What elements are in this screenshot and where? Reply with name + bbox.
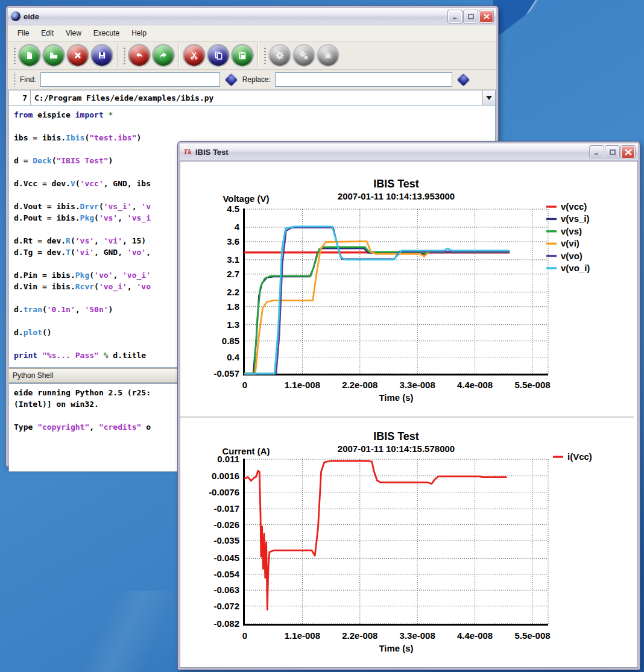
- y-tick-label: -0.054: [213, 569, 239, 579]
- y-tick-label: 4: [235, 222, 240, 232]
- legend-label: v(vi): [561, 238, 579, 248]
- series-i(Vcc): [245, 461, 507, 610]
- eide-window-title: eide: [24, 12, 445, 21]
- y-tick-label: -0.035: [213, 535, 239, 545]
- run-button[interactable]: [270, 45, 290, 66]
- tk-icon: Tk: [183, 147, 192, 157]
- x-axis-label: Time (s): [379, 643, 413, 653]
- legend-label: v(vs): [561, 226, 582, 236]
- legend-label: v(vs_i): [561, 213, 590, 224]
- copy-button[interactable]: [208, 45, 229, 66]
- code-line: [14, 121, 495, 132]
- y-tick-label: -0.057: [213, 368, 239, 378]
- toolbar: [8, 42, 496, 70]
- file-path[interactable]: C:/Program Files/eide/examples/ibis.py: [31, 90, 482, 105]
- maximize-button[interactable]: [464, 10, 478, 23]
- plot-close-button[interactable]: [621, 146, 635, 159]
- findbar-grip[interactable]: [13, 72, 16, 87]
- chart-timestamp: 2007-01-11 10:14:13.953000: [338, 191, 455, 201]
- plot-window-title: IBIS Test: [195, 148, 587, 157]
- toolbar-grip[interactable]: [263, 46, 266, 65]
- y-tick-label: 0.85: [222, 336, 239, 346]
- paste-button[interactable]: [232, 45, 253, 66]
- find-button[interactable]: [225, 73, 238, 86]
- menu-execute[interactable]: Execute: [89, 27, 124, 39]
- x-tick-label: 3.3e-008: [400, 380, 435, 390]
- x-tick-label: 1.1e-008: [285, 630, 320, 641]
- close-file-button[interactable]: [68, 45, 88, 66]
- file-selector: 7 C:/Program Files/eide/examples/ibis.py: [8, 90, 496, 105]
- close-button[interactable]: [479, 10, 493, 23]
- x-axis-label: Time (s): [379, 392, 413, 403]
- desktop-highlight-streak: [493, 0, 545, 40]
- file-dropdown-button[interactable]: [482, 90, 495, 105]
- redo-button[interactable]: [153, 45, 174, 66]
- x-tick-label: 0: [242, 380, 247, 390]
- code-line: from eispice import *: [14, 109, 495, 121]
- settings-button[interactable]: [294, 45, 314, 66]
- debug-button[interactable]: [318, 45, 338, 66]
- y-tick-label: -0.072: [213, 601, 239, 611]
- menu-edit[interactable]: Edit: [36, 27, 58, 39]
- y-tick-label: 1.3: [227, 319, 239, 330]
- chart-title: IBIS Test: [373, 178, 419, 190]
- x-tick-label: 0: [242, 630, 247, 641]
- save-button[interactable]: [92, 45, 112, 66]
- menu-file[interactable]: File: [13, 27, 34, 39]
- y-tick-label: -0.026: [213, 520, 239, 530]
- series-v(vs): [245, 247, 509, 374]
- new-file-button[interactable]: [19, 45, 40, 66]
- eide-titlebar[interactable]: eide: [8, 8, 496, 25]
- undo-button[interactable]: [129, 45, 150, 66]
- cut-button[interactable]: [184, 45, 204, 66]
- y-tick-label: 4.5: [227, 204, 239, 214]
- y-axis-label: Current (A): [222, 446, 270, 456]
- replace-input[interactable]: [275, 72, 452, 87]
- python-shell-title: Python Shell: [13, 371, 53, 380]
- replace-button[interactable]: [457, 73, 470, 86]
- x-tick-label: 4.4e-008: [457, 630, 493, 641]
- y-tick-label: 0.0016: [212, 471, 239, 481]
- menu-help[interactable]: Help: [127, 27, 151, 39]
- legend-label: v(vo): [561, 251, 582, 261]
- chart-title: IBIS Test: [373, 430, 419, 442]
- y-tick-label: 3.6: [227, 236, 239, 247]
- menubar: FileEditViewExecuteHelp: [8, 25, 496, 42]
- plot-titlebar[interactable]: Tk IBIS Test: [180, 143, 638, 161]
- chart-timestamp: 2007-01-11 10:14:15.578000: [338, 444, 455, 454]
- x-tick-label: 1.1e-008: [285, 380, 320, 390]
- plot-minimize-button[interactable]: [590, 146, 604, 159]
- find-input[interactable]: [40, 72, 220, 87]
- series-v(vi): [245, 241, 509, 374]
- series-v(vs_i): [245, 248, 509, 373]
- plot-client-area: 4.543.63.12.72.21.81.30.850.4-0.05701.1e…: [180, 161, 638, 668]
- y-tick-label: -0.0076: [209, 487, 239, 497]
- toolbar-grip[interactable]: [13, 46, 16, 65]
- y-tick-label: -0.045: [213, 553, 239, 563]
- y-tick-label: 1.8: [227, 301, 239, 312]
- replace-label: Replace:: [242, 75, 271, 84]
- line-number: 7: [9, 90, 31, 105]
- legend-label: i(Vcc): [567, 451, 592, 462]
- x-tick-label: 2.2e-008: [342, 380, 377, 390]
- open-folder-button[interactable]: [43, 45, 64, 66]
- voltage-chart: 4.543.63.12.72.21.81.30.850.4-0.05701.1e…: [180, 162, 634, 416]
- toolbar-grip[interactable]: [122, 46, 125, 65]
- y-tick-label: 2.7: [227, 269, 239, 279]
- find-replace-bar: Find: Replace:: [8, 70, 496, 90]
- find-label: Find:: [20, 75, 36, 84]
- y-tick-label: 3.1: [227, 254, 239, 265]
- chart-divider: [180, 416, 634, 418]
- plot-window: Tk IBIS Test 4.543.63.12.72.21.81.30.850…: [178, 142, 640, 670]
- plot-maximize-button[interactable]: [605, 146, 619, 159]
- current-chart: 0.0110.0016-0.0076-0.017-0.026-0.035-0.0…: [180, 418, 634, 667]
- x-tick-label: 2.2e-008: [342, 630, 377, 641]
- menu-view[interactable]: View: [61, 27, 86, 39]
- x-tick-label: 5.5e-008: [514, 630, 550, 641]
- y-tick-label: -0.082: [213, 618, 239, 629]
- x-tick-label: 4.4e-008: [457, 380, 493, 390]
- y-tick-label: 0.4: [227, 352, 240, 362]
- minimize-button[interactable]: [448, 10, 462, 23]
- legend-label: v(vcc): [561, 201, 587, 212]
- y-axis-label: Voltage (V): [223, 193, 269, 204]
